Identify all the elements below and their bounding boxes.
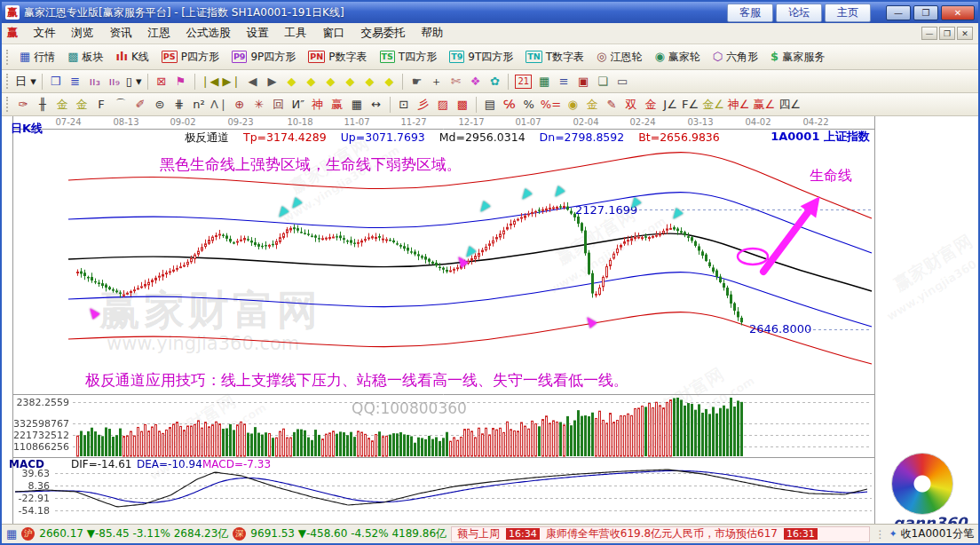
crosshair-tool-icon[interactable]: ＋ [426, 73, 446, 91]
rail-lines-icon[interactable]: ╫ [33, 96, 52, 114]
toolbar-quotes[interactable]: ▦行情 [13, 48, 61, 67]
price-ladder-icon[interactable]: ▤ [480, 96, 500, 114]
gold-box-icon[interactable]: 金 [641, 96, 660, 114]
bars-3-icon[interactable]: ıı₃ [85, 73, 105, 91]
flag-marker-icon[interactable]: ⚑ [171, 73, 191, 91]
shanghai-quote[interactable]: 2660.17 ▼-85.45 -3.11% 2684.23亿 [39, 526, 228, 541]
calculator-icon[interactable]: ▦ [534, 73, 554, 91]
gann-box-toggle-icon[interactable]: ⊠ [152, 73, 171, 91]
window-layout-icon[interactable]: ❒ [46, 73, 66, 91]
step-back-icon[interactable]: ◀ [242, 73, 262, 91]
market-grid-icon[interactable]: ▦ [6, 527, 17, 541]
toolbar-hexagon[interactable]: ⬡六角形 [707, 48, 764, 67]
period-day-selector-icon[interactable]: 日 ▾ [13, 73, 38, 91]
box-levels-icon[interactable]: ⊡ [394, 96, 414, 114]
square-spiral-icon[interactable]: 回 [269, 96, 288, 114]
menu-江恩[interactable]: 江恩 [140, 24, 178, 43]
gann-circle-icon[interactable]: ⊜ [150, 96, 170, 114]
shenzhen-quote[interactable]: 9691.53 ▼-458.60 -4.52% 4189.86亿 [250, 526, 447, 541]
pane-tab-daily-kline[interactable]: 日K线 [11, 121, 43, 137]
jump-first-icon[interactable]: ❘◀ [199, 73, 221, 91]
menu-浏览[interactable]: 浏览 [64, 24, 102, 43]
toolbar-winner-service[interactable]: $赢家服务 [764, 48, 831, 67]
diamond-expand-icon[interactable]: ◆ [320, 73, 340, 91]
menu-资讯[interactable]: 资讯 [102, 24, 140, 43]
restore-button[interactable]: ❐ [913, 5, 938, 20]
angle-si-icon[interactable]: 四∠ [777, 96, 802, 114]
support-button[interactable]: 客服 [727, 4, 773, 22]
shade-fan-icon[interactable]: ▨ [433, 96, 453, 114]
wave-mark-icon[interactable]: И″ [288, 96, 308, 114]
double-angle-icon[interactable]: 双 [621, 96, 641, 114]
diamond-zoom-out-icon[interactable]: ◆ [379, 73, 399, 91]
ray-star-icon[interactable]: ✳ [249, 96, 269, 114]
hand-tool-icon[interactable]: ☛ [407, 73, 426, 91]
toolbar-p-square[interactable]: PSP四方形 [155, 48, 225, 67]
scissors-tool-icon[interactable]: ✄ [446, 73, 465, 91]
ray-fan-icon[interactable]: 彡 [414, 96, 433, 114]
close-button[interactable]: ✕ [941, 5, 975, 20]
homepage-button[interactable]: 主页 [825, 4, 871, 22]
toolbar-gann-wheel[interactable]: ◎江恩轮 [590, 48, 648, 67]
angle-j-icon[interactable]: J∠ [660, 96, 680, 114]
toolbar-t-number-table[interactable]: TNT数字表 [519, 48, 590, 67]
step-forward-icon[interactable]: ▶ [262, 73, 281, 91]
screenshot-icon[interactable]: ❏ [593, 73, 612, 91]
diamond-compress-icon[interactable]: ◆ [340, 73, 360, 91]
menu-文件[interactable]: 文件 [26, 24, 64, 43]
menu-窗口[interactable]: 窗口 [315, 24, 353, 43]
grid-fan-icon[interactable]: ▩ [453, 96, 472, 114]
percent-tool-icon[interactable]: % [519, 96, 539, 114]
angle-ying-icon[interactable]: 赢∠ [752, 96, 778, 114]
angle-pen-icon[interactable]: ✎ [602, 96, 621, 114]
save-icon[interactable]: ▣ [573, 73, 593, 91]
mdi-restore-button[interactable]: ❐ [939, 27, 955, 40]
angle-shen-icon[interactable]: 神∠ [726, 96, 752, 114]
percent-lines-icon[interactable]: %= [539, 96, 563, 114]
diamond-shift-right-icon[interactable]: ◆ [301, 73, 320, 91]
forum-button[interactable]: 论坛 [776, 4, 822, 22]
notepad-icon[interactable]: ≡ [554, 73, 573, 91]
toolbar-winner-wheel[interactable]: ◉赢家轮 [648, 48, 706, 67]
menu-交易委托[interactable]: 交易委托 [353, 24, 414, 43]
f-levels-icon[interactable]: F [91, 96, 111, 114]
menu-设置[interactable]: 设置 [239, 24, 277, 43]
dense-grid-icon[interactable]: ⋕ [170, 96, 189, 114]
toolbar-9p-square[interactable]: P99P四方形 [225, 48, 302, 67]
mdi-close-button[interactable]: ✕ [957, 27, 973, 40]
ying-grid-icon[interactable]: 赢 [328, 96, 347, 114]
mdi-minimize-button[interactable]: — [921, 27, 937, 40]
info-panel-icon[interactable]: ≣ [66, 73, 85, 91]
menu-公式选股[interactable]: 公式选股 [178, 24, 239, 43]
trellis-icon[interactable]: ▦ [347, 96, 367, 114]
arc-tool-icon[interactable]: ⌒ [111, 96, 130, 114]
percent-retrace-icon[interactable]: ℅ [500, 96, 519, 114]
mirror-tool-icon[interactable]: Λ❘ [209, 96, 230, 114]
jump-last-icon[interactable]: ▶❘ [221, 73, 243, 91]
menu-工具[interactable]: 工具 [277, 24, 315, 43]
n-square-icon[interactable]: n² [189, 96, 209, 114]
gold-section-b-icon[interactable]: 金 [72, 96, 91, 114]
toolbar-p-number-table[interactable]: PNP数字表 [302, 48, 373, 67]
shen-grid-icon[interactable]: 神 [308, 96, 328, 114]
teal-shape-tool-icon[interactable]: ✿ [485, 73, 504, 91]
feed-label[interactable]: 收1A0001分笔 [901, 526, 974, 541]
angle-f-icon[interactable]: F∠ [680, 96, 700, 114]
marker-pen-icon[interactable]: ✐ [130, 96, 150, 114]
diamond-shift-left-icon[interactable]: ◆ [281, 73, 301, 91]
gold-levels-icon[interactable]: 金 [582, 96, 602, 114]
toolbar-t-square[interactable]: TST四方形 [374, 48, 444, 67]
print-icon[interactable]: ▭ [612, 73, 632, 91]
toolbar-kline[interactable]: ılıK线 [110, 48, 155, 67]
angle-gold-icon[interactable]: 金∠ [700, 96, 726, 114]
minimize-button[interactable]: — [886, 5, 911, 20]
calendar-21-icon[interactable]: 21 [515, 75, 532, 89]
toolbar-9t-square[interactable]: T99T四方形 [443, 48, 519, 67]
gold-circle-icon[interactable]: ◉ [563, 96, 582, 114]
diamond-zoom-in-icon[interactable]: ◆ [360, 73, 379, 91]
knife-tool-icon[interactable]: ✑ [13, 96, 33, 114]
gold-section-a-icon[interactable]: 金 [52, 96, 72, 114]
span-measure-icon[interactable]: ↔ [367, 96, 386, 114]
circle-cross-icon[interactable]: ⊕ [230, 96, 249, 114]
toolbar-sectors[interactable]: ▩板块 [61, 48, 109, 67]
